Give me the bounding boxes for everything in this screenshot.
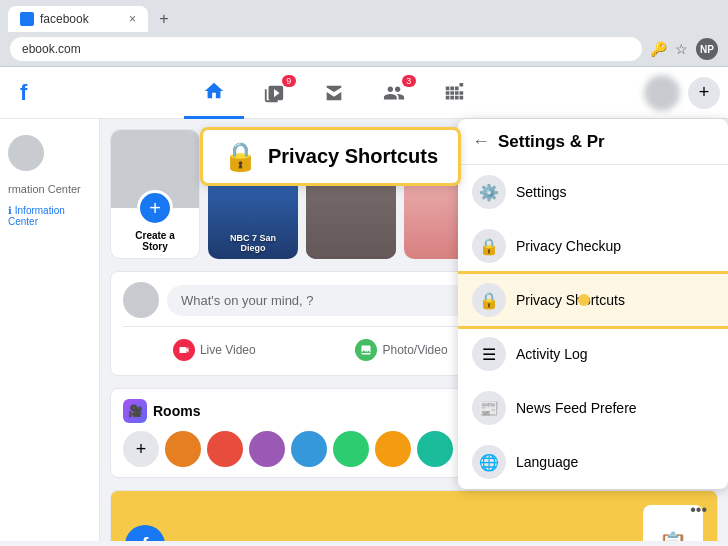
activity-log-label: Activity Log	[516, 346, 588, 362]
composer-placeholder: What's on your mind,	[181, 293, 303, 308]
composer-suffix: ?	[306, 293, 313, 308]
people-icon	[383, 82, 405, 104]
dropdown-item-privacy-checkup[interactable]: 🔒 Privacy Checkup	[458, 219, 728, 273]
tab-close-button[interactable]: ×	[129, 12, 136, 26]
create-story-card[interactable]: + Create aStory	[110, 129, 200, 259]
room-avatar-7	[417, 431, 453, 467]
privacy-shortcuts-label: Privacy Shortcuts	[516, 292, 625, 308]
sidebar-info: rmation Center	[0, 177, 99, 201]
room-avatar-3	[249, 431, 285, 467]
settings-dropdown: ← Settings & Pr ⚙️ Settings 🔒 Privacy Ch…	[458, 119, 728, 489]
photo-video-icon	[355, 339, 377, 361]
fb-promo-card: f 📋 •••	[110, 490, 718, 541]
photo-video-button[interactable]: Photo/Video	[347, 335, 455, 365]
dropdown-item-activity-log[interactable]: ☰ Activity Log	[458, 327, 728, 381]
sidebar-avatar	[8, 135, 44, 171]
create-story-label: Create aStory	[131, 226, 178, 258]
nav-tab-store[interactable]	[304, 67, 364, 119]
room-avatar-1	[165, 431, 201, 467]
key-icon[interactable]: 🔑	[650, 41, 667, 57]
fb-promo-logo: f	[125, 525, 165, 541]
menu-icon	[443, 82, 465, 104]
video-badge: 9	[282, 75, 296, 87]
story-name-nbc: NBC 7 SanDiego	[208, 233, 298, 253]
dropdown-item-language[interactable]: 🌐 Language	[458, 435, 728, 489]
dropdown-title: Settings & Pr	[498, 132, 605, 152]
browser-icons: 🔑 ☆ NP	[650, 38, 718, 60]
privacy-checkup-label: Privacy Checkup	[516, 238, 621, 254]
user-avatar[interactable]: NP	[696, 38, 718, 60]
live-video-label: Live Video	[200, 343, 256, 357]
dropdown-item-settings[interactable]: ⚙️ Settings	[458, 165, 728, 219]
create-story-plus: +	[137, 190, 173, 226]
privacy-popup-title: Privacy Shortcuts	[268, 145, 438, 168]
dropdown-back-button[interactable]: ←	[472, 131, 490, 152]
room-avatar-6	[375, 431, 411, 467]
fb-promo-more-button[interactable]: •••	[690, 501, 707, 519]
rooms-title: 🎥 Rooms	[123, 399, 200, 423]
fb-logo: f	[8, 72, 39, 114]
star-icon[interactable]: ☆	[675, 41, 688, 57]
privacy-checkup-icon: 🔒	[472, 229, 506, 263]
language-label: Language	[516, 454, 578, 470]
nav-right	[628, 75, 688, 111]
nav-tab-home[interactable]	[184, 67, 244, 119]
composer-avatar	[123, 282, 159, 318]
rooms-title-label: Rooms	[153, 403, 200, 419]
room-add-button[interactable]: +	[123, 431, 159, 467]
fb-navbar: f 9 3	[0, 67, 728, 119]
nav-add-button[interactable]: +	[688, 77, 720, 109]
address-bar: 🔑 ☆ NP	[0, 32, 728, 66]
rooms-icon: 🎥	[123, 399, 147, 423]
tab-favicon	[20, 12, 34, 26]
nav-tab-people[interactable]: 3	[364, 67, 424, 119]
room-avatar-2	[207, 431, 243, 467]
privacy-shortcuts-popup: 🔒 Privacy Shortcuts	[200, 127, 461, 186]
room-avatar-4	[291, 431, 327, 467]
left-sidebar: rmation Center ℹ Information Center	[0, 119, 100, 541]
video-icon	[263, 82, 285, 104]
dropdown-header: ← Settings & Pr	[458, 119, 728, 165]
sidebar-info-center[interactable]: ℹ Information Center	[0, 201, 99, 231]
connector-dot	[578, 294, 590, 306]
tab-bar: facebook × +	[0, 0, 728, 32]
live-video-icon	[173, 339, 195, 361]
address-input[interactable]	[10, 37, 642, 61]
new-tab-button[interactable]: +	[152, 7, 176, 31]
dropdown-item-privacy-shortcuts[interactable]: 🔒 Privacy Shortcuts	[458, 273, 728, 327]
browser-chrome: facebook × + 🔑 ☆ NP	[0, 0, 728, 67]
settings-label: Settings	[516, 184, 567, 200]
photo-video-label: Photo/Video	[382, 343, 447, 357]
store-icon	[323, 82, 345, 104]
nav-tabs: 9 3	[184, 67, 484, 119]
privacy-shortcuts-icon: 🔒	[472, 283, 506, 317]
activity-log-icon: ☰	[472, 337, 506, 371]
nav-tab-video[interactable]: 9	[244, 67, 304, 119]
news-feed-icon: 📰	[472, 391, 506, 425]
people-badge: 3	[402, 75, 416, 87]
news-feed-label: News Feed Prefere	[516, 400, 637, 416]
nav-avatar[interactable]	[644, 75, 680, 111]
home-icon	[203, 80, 225, 102]
nav-tab-menu[interactable]	[424, 67, 484, 119]
language-icon: 🌐	[472, 445, 506, 479]
room-avatar-5	[333, 431, 369, 467]
tab-label: facebook	[40, 12, 89, 26]
browser-tab[interactable]: facebook ×	[8, 6, 148, 32]
fb-app: f 9 3	[0, 67, 728, 541]
settings-icon: ⚙️	[472, 175, 506, 209]
live-video-button[interactable]: Live Video	[165, 335, 264, 365]
privacy-popup-lock: 🔒	[223, 140, 258, 173]
dropdown-item-news-feed[interactable]: 📰 News Feed Prefere	[458, 381, 728, 435]
